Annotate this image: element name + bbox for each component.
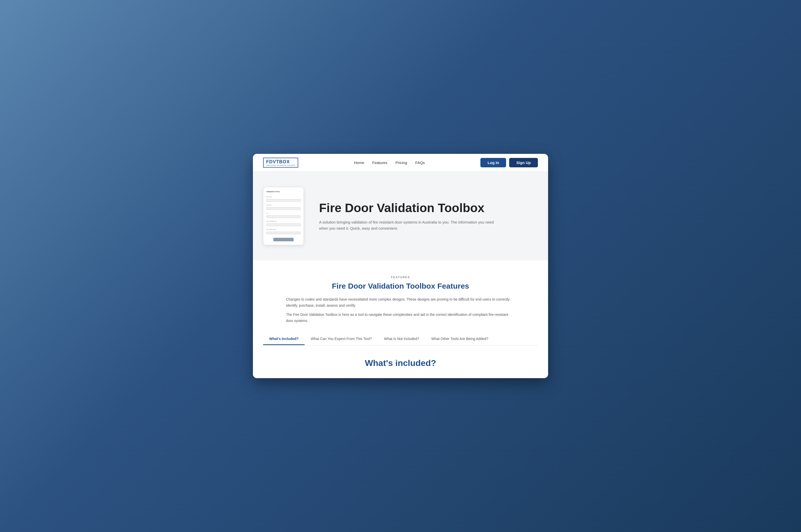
tab-what-to-expect[interactable]: What Can You Expect From This Tool? bbox=[304, 333, 378, 345]
hero-description: A solution bringing validation of fire r… bbox=[319, 219, 497, 231]
logo-text: FDVTBOX bbox=[266, 159, 290, 165]
hero-section: Validation Form FRL Type Set Type Id Doo… bbox=[253, 172, 548, 261]
mockup-field4-label: Door Height (mm) bbox=[266, 221, 300, 222]
hero-content: Fire Door Validation Toolbox A solution … bbox=[319, 201, 538, 231]
mockup-field3-label: Id bbox=[266, 212, 300, 214]
features-desc1: Changes to codes and standards have nece… bbox=[286, 297, 515, 309]
browser-window: FDVTBOX FIRE DOOR VALIDATION TOOLBOX Hom… bbox=[253, 154, 548, 378]
features-section-label: FEATURES bbox=[263, 276, 538, 279]
tab-whats-included[interactable]: What's Included? bbox=[263, 333, 304, 345]
login-button[interactable]: Log In bbox=[480, 158, 506, 167]
mockup-field1-label: FRL Type bbox=[266, 196, 300, 197]
nav-item-home[interactable]: Home bbox=[354, 160, 364, 165]
navbar-actions: Log In Sign Up bbox=[480, 158, 538, 167]
nav-menu: Home Features Pricing FAQs bbox=[354, 160, 425, 165]
tabs-container: What's Included? What Can You Expect Fro… bbox=[263, 333, 538, 345]
nav-item-features[interactable]: Features bbox=[372, 160, 387, 165]
included-title: What's included? bbox=[263, 358, 538, 368]
features-title: Fire Door Validation Toolbox Features bbox=[263, 282, 538, 290]
app-mockup: Validation Form FRL Type Set Type Id Doo… bbox=[263, 187, 304, 245]
mockup-field5-label: Door Width (mm) bbox=[266, 229, 300, 230]
logo-sub: FIRE DOOR VALIDATION TOOLBOX bbox=[266, 165, 295, 166]
signup-button[interactable]: Sign Up bbox=[509, 158, 538, 167]
logo[interactable]: FDVTBOX FIRE DOOR VALIDATION TOOLBOX bbox=[263, 158, 298, 168]
nav-item-faqs[interactable]: FAQs bbox=[415, 160, 425, 165]
hero-title: Fire Door Validation Toolbox bbox=[319, 201, 538, 215]
mockup-field1-input bbox=[266, 199, 300, 202]
tab-tools-being-added[interactable]: What Other Tools Are Being Added? bbox=[425, 333, 495, 345]
navbar: FDVTBOX FIRE DOOR VALIDATION TOOLBOX Hom… bbox=[253, 154, 548, 172]
mockup-field3-input bbox=[266, 215, 300, 218]
tab-not-included[interactable]: What Is Not Included? bbox=[378, 333, 425, 345]
features-desc2: The Fire Door Validation Toolbox is here… bbox=[286, 312, 515, 324]
included-section: What's included? bbox=[253, 345, 548, 378]
mockup-search-button bbox=[273, 238, 294, 241]
mockup-form-title: Validation Form bbox=[266, 191, 300, 192]
mockup-field5-input bbox=[266, 232, 300, 234]
nav-item-pricing[interactable]: Pricing bbox=[395, 160, 407, 165]
mockup-field4-input bbox=[266, 224, 300, 226]
mockup-field2-label: Set Type bbox=[266, 204, 300, 206]
features-section: FEATURES Fire Door Validation Toolbox Fe… bbox=[253, 261, 548, 345]
mockup-field2-input bbox=[266, 207, 300, 210]
